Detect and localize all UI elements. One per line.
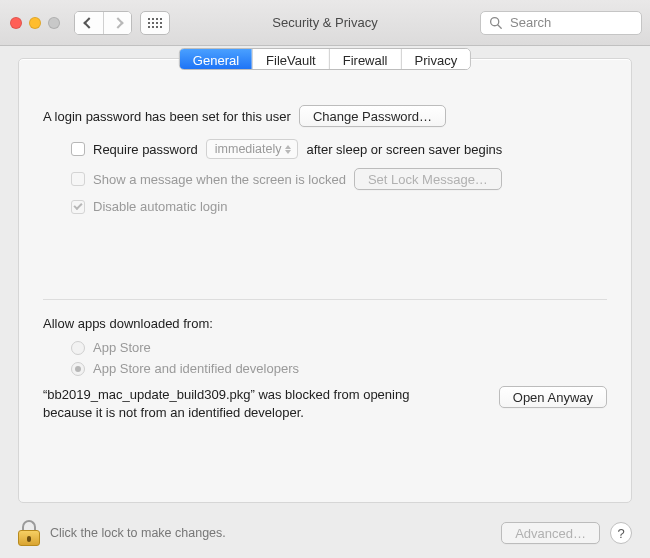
radio-identified-developers xyxy=(71,362,85,376)
search-input[interactable] xyxy=(508,14,633,31)
advanced-button: Advanced… xyxy=(501,522,600,544)
tab-privacy[interactable]: Privacy xyxy=(401,49,471,69)
traffic-lights xyxy=(10,17,60,29)
allow-apps-heading: Allow apps downloaded from: xyxy=(43,316,213,331)
window-toolbar: Security & Privacy xyxy=(0,0,650,46)
close-window-button[interactable] xyxy=(10,17,22,29)
nav-back-forward xyxy=(74,11,132,35)
blocked-app-message: “bb2019_mac_update_build309.pkg” was blo… xyxy=(43,386,443,421)
disable-autologin-label: Disable automatic login xyxy=(93,199,227,214)
login-password-status: A login password has been set for this u… xyxy=(43,109,291,124)
show-all-prefs-button[interactable] xyxy=(140,11,170,35)
nav-back-button[interactable] xyxy=(75,12,103,34)
tab-general[interactable]: General xyxy=(180,49,252,69)
pref-panel: General FileVault Firewall Privacy A log… xyxy=(18,58,632,503)
open-anyway-button[interactable]: Open Anyway xyxy=(499,386,607,408)
change-password-button[interactable]: Change Password… xyxy=(299,105,446,127)
show-lock-message-label: Show a message when the screen is locked xyxy=(93,172,346,187)
tab-filevault[interactable]: FileVault xyxy=(252,49,329,69)
set-lock-message-button: Set Lock Message… xyxy=(354,168,502,190)
radio-app-store-label: App Store xyxy=(93,340,151,355)
disable-autologin-checkbox xyxy=(71,200,85,214)
stepper-icon xyxy=(282,142,294,156)
lock-button[interactable] xyxy=(18,520,40,546)
window-title: Security & Privacy xyxy=(272,15,377,30)
zoom-window-button xyxy=(48,17,60,29)
show-lock-message-checkbox xyxy=(71,172,85,186)
radio-app-store xyxy=(71,341,85,355)
require-password-suffix: after sleep or screen saver begins xyxy=(306,142,502,157)
require-password-label: Require password xyxy=(93,142,198,157)
require-delay-value: immediately xyxy=(215,142,282,156)
require-password-checkbox[interactable] xyxy=(71,142,85,156)
pref-footer: Click the lock to make changes. Advanced… xyxy=(0,508,650,558)
svg-line-1 xyxy=(498,25,501,28)
nav-forward-button xyxy=(103,12,131,34)
minimize-window-button[interactable] xyxy=(29,17,41,29)
chevron-left-icon xyxy=(83,17,94,28)
lock-hint-text: Click the lock to make changes. xyxy=(50,526,226,540)
help-button[interactable]: ? xyxy=(610,522,632,544)
search-icon xyxy=(489,16,502,29)
check-icon xyxy=(73,201,82,210)
chevron-right-icon xyxy=(112,17,123,28)
radio-dot-icon xyxy=(75,366,81,372)
tab-bar: General FileVault Firewall Privacy xyxy=(179,48,471,70)
radio-identified-label: App Store and identified developers xyxy=(93,361,299,376)
tab-firewall[interactable]: Firewall xyxy=(329,49,401,69)
require-delay-popup[interactable]: immediately xyxy=(206,139,299,159)
tab-content-general: A login password has been set for this u… xyxy=(19,81,631,502)
grid-icon xyxy=(148,18,162,28)
search-field[interactable] xyxy=(480,11,642,35)
